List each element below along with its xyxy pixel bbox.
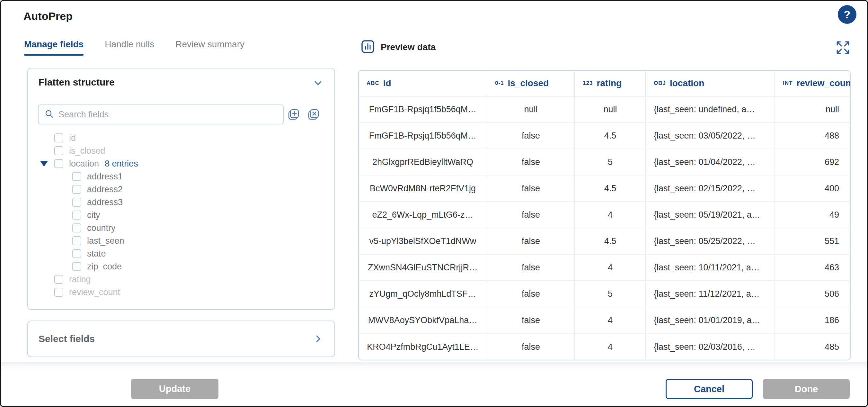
tree-item-address2: address2 [39,183,334,196]
expand-section-button[interactable] [313,333,323,344]
checkbox[interactable] [72,262,81,271]
type-string-icon: ABC [367,80,379,86]
column-header-id: ABC id [359,71,487,96]
tree-item-city: city [39,209,334,222]
checkbox[interactable] [72,210,81,220]
tree-item-label: address1 [87,172,123,182]
preview-table: ABC id 0-1 is_closed 123 rating OBJ loca… [358,70,851,360]
tree-item-country: country [39,222,334,234]
cell-location: {last_seen: 10/11/2021, a… [646,255,775,280]
cell-location: {last_seen: undefined, a… [646,96,775,122]
tree-item-zip-code: zip_code [39,260,334,273]
cell-rating: 4 [575,307,646,333]
bar-chart-icon [361,39,375,55]
cancel-button[interactable]: Cancel [665,379,753,399]
cell-id: FmGF1B-Rpsjq1f5b56qM… [359,123,487,148]
cell-id: MWV8AoySYObkfVpaLha… [359,307,487,333]
footer-divider [1,362,867,369]
type-object-icon: OBJ [654,80,666,86]
cell-rating: 4.5 [575,123,646,148]
column-name: is_closed [508,78,549,88]
tab-manage-fields[interactable]: Manage fields [24,39,84,56]
table-row: FmGF1B-Rpsjq1f5b56qM…nullnull{last_seen:… [359,96,850,123]
tree-item-label: is_closed [69,146,105,156]
cell-is-closed: false [487,255,575,280]
search-input[interactable] [58,109,279,120]
table-row: ZXwnSN4GlEuSTNCRrjjR…false4{last_seen: 1… [359,255,850,281]
cell-location: {last_seen: 01/01/2019, a… [646,307,775,333]
stacked-x-icon [307,117,320,122]
select-fields-panel[interactable]: Select fields [27,321,335,357]
checkbox[interactable] [54,134,63,142]
question-mark-icon: ? [844,8,851,21]
entries-count-badge: 8 entries [105,159,138,169]
checkbox[interactable] [54,288,63,297]
checkbox[interactable] [72,224,81,232]
checkbox[interactable] [54,146,63,155]
tree-item-label: location [69,159,99,169]
expand-all-button[interactable] [287,108,300,121]
collapse-all-button[interactable] [307,108,320,121]
table-row: FmGF1B-Rpsjq1f5b56qM…false4.5{last_seen:… [359,123,850,149]
cell-id: eZ2_6Wx-Lqp_mLtG6-z… [359,202,487,228]
page-title: AutoPrep [24,10,72,23]
type-boolean-icon: 0-1 [495,80,504,86]
tree-item-label: country [87,223,116,233]
checkbox[interactable] [72,198,81,207]
checkbox[interactable] [54,159,63,168]
cell-review-count: 49 [775,202,850,228]
cell-rating: null [575,96,646,122]
checkbox[interactable] [54,275,63,284]
cell-id: zYUgm_qOcly8mhLdTSF… [359,281,487,307]
tree-item-label: rating [69,274,91,285]
cell-review-count: 506 [775,281,850,307]
field-tree: id is_closed location 8 entries address1 [28,132,334,299]
cell-review-count: null [775,96,850,122]
cell-is-closed: false [487,281,575,307]
tab-bar: Manage fields Handle nulls Review summar… [24,39,245,56]
table-row: BcW0vRdM8N-rteR2FfV1jgfalse4.5{last_seen… [359,176,850,202]
cell-location: {last_seen: 01/04/2022, … [646,149,775,175]
table-row: v5-upYl3belSfXOeT1dNWwfalse4.5{last_seen… [359,228,850,255]
checkbox[interactable] [72,172,81,181]
checkbox[interactable] [72,236,81,245]
caret-down-icon[interactable] [40,161,48,167]
help-button[interactable]: ? [838,5,857,24]
tree-item-review-count: review_count [39,286,334,299]
tree-item-is-closed: is_closed [39,144,334,157]
cell-is-closed: false [487,202,575,228]
tab-review-summary[interactable]: Review summary [176,39,245,56]
checkbox[interactable] [72,185,81,194]
cell-id: ZXwnSN4GlEuSTNCRrjjR… [359,255,487,280]
tab-handle-nulls[interactable]: Handle nulls [105,39,154,56]
tree-item-label: address3 [87,197,123,207]
select-fields-title: Select fields [38,321,95,356]
tree-item-label: last_seen [87,236,124,246]
cell-is-closed: null [487,96,575,122]
cell-review-count: 463 [775,255,850,280]
type-number-icon: 123 [583,80,593,86]
update-button[interactable]: Update [131,379,218,399]
cell-location: {last_seen: 05/25/2022, … [646,228,775,254]
type-integer-icon: INT [783,80,793,86]
cell-location: {last_seen: 11/12/2021, a… [646,281,775,307]
cell-is-closed: false [487,307,575,333]
checkbox[interactable] [72,249,81,258]
table-row: zYUgm_qOcly8mhLdTSF…false5{last_seen: 11… [359,281,850,307]
fullscreen-expand-button[interactable] [834,39,851,56]
tree-item-label: state [87,249,106,259]
table-row: 2hGlxgprREdBieylltWaRQfalse5{last_seen: … [359,149,850,176]
search-icon [44,109,54,120]
preview-data-title: Preview data [381,42,436,52]
collapse-panel-button[interactable] [313,78,323,88]
cell-id: KRO4PzfmbRgCu1Ayt1LE… [359,334,487,360]
cell-review-count: 186 [775,307,850,333]
done-button[interactable]: Done [763,379,850,399]
cell-review-count: 485 [775,334,850,360]
cell-rating: 5 [575,281,646,307]
cell-rating: 4 [575,202,646,228]
tree-item-rating: rating [39,273,334,286]
cell-rating: 5 [575,149,646,175]
cell-rating: 4 [575,255,646,280]
column-name: location [670,78,704,88]
